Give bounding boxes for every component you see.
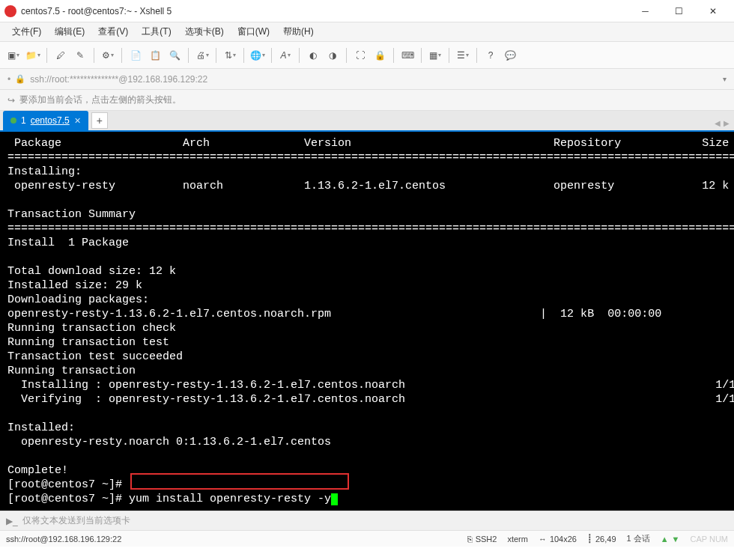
tab-next-icon[interactable]: ▶: [724, 119, 730, 127]
hintbar: ↪ 要添加当前会话，点击左侧的箭头按钮。: [0, 90, 734, 111]
tab-status-icon: [10, 118, 16, 124]
statusbar: ssh://root@192.168.196.129:22 ⎘SSH2 xter…: [0, 530, 734, 547]
separator: [346, 48, 347, 63]
separator: [121, 48, 122, 63]
address-text[interactable]: ssh://root:**************@192.168.196.12…: [30, 74, 207, 85]
status-conn: ssh://root@192.168.196.129:22: [6, 535, 457, 544]
toolbar: ▣ 📁 🖊 ✎ ⚙ 📄 📋 🔍 🖨 ⇅ 🌐 A ◐ ◑ ⛶ 🔒 ⌨ ▦ ☰ ? …: [0, 42, 734, 69]
term-inst-size: Installed size: 29 k: [7, 279, 142, 292]
theme-icon[interactable]: ◑: [325, 48, 340, 63]
term-install-count: Install 1 Package: [7, 237, 129, 249]
help-icon[interactable]: ?: [483, 48, 498, 63]
status-sess: 1 会话: [627, 533, 650, 544]
term-summary: Transaction Summary: [7, 208, 136, 221]
term-row: openresty-resty noarch 1.13.6.2-1.el7.ce…: [7, 180, 729, 192]
up-icon: ▲: [661, 535, 669, 544]
properties-icon[interactable]: ⚙: [100, 48, 115, 63]
lock-icon[interactable]: 🔒: [372, 48, 387, 63]
tab-nav: ◀ ▶: [715, 119, 730, 127]
find-icon[interactable]: 🔍: [167, 48, 182, 63]
menu-tabs[interactable]: 选项卡(B): [179, 22, 230, 41]
term-installing: Installing:: [7, 165, 82, 178]
menu-window[interactable]: 窗口(W): [231, 22, 276, 41]
highlight-box: [130, 473, 349, 490]
paste-icon[interactable]: 📋: [148, 48, 163, 63]
bullet-icon: •: [7, 74, 10, 85]
term-prompt2: [root@centos7 ~]#: [7, 493, 129, 505]
term-verifystep: Verifying : openresty-resty-1.13.6.2-1.e…: [7, 393, 734, 406]
lock-icon: 🔒: [15, 74, 25, 84]
globe-icon[interactable]: 🌐: [250, 48, 265, 63]
address-dropdown-icon[interactable]: ▾: [723, 75, 727, 83]
window-title: centos7.5 - root@centos7:~ - Xshell 5: [21, 6, 628, 16]
separator: [216, 48, 216, 63]
tab-add-button[interactable]: +: [91, 112, 108, 129]
chat-icon[interactable]: 💬: [503, 48, 518, 63]
status-net: ▲▼: [661, 535, 680, 544]
terminal[interactable]: Package Arch Version Repository Size ===…: [0, 132, 734, 511]
list-icon[interactable]: ☰: [455, 48, 470, 63]
menu-tools[interactable]: 工具(T): [136, 22, 177, 41]
separator: [449, 48, 449, 63]
menu-help[interactable]: 帮助(H): [277, 22, 320, 41]
reconnect-icon[interactable]: 🖊: [53, 48, 68, 63]
term-installstep: Installing : openresty-resty-1.13.6.2-1.…: [7, 379, 734, 392]
term-prompt1: [root@centos7 ~]#: [7, 478, 122, 491]
cursor: [331, 493, 338, 505]
tab-prev-icon[interactable]: ◀: [715, 119, 721, 127]
term-installed-pkg: openresty-resty.noarch 0:1.13.6.2-1.el7.…: [7, 436, 331, 448]
layout-icon[interactable]: ▦: [428, 48, 443, 63]
font-icon[interactable]: A: [278, 48, 293, 63]
term-downloading: Downloading packages:: [7, 293, 149, 306]
term-runcheck: Running transaction check: [7, 322, 176, 335]
minimize-button[interactable]: ─: [628, 0, 662, 22]
menu-edit[interactable]: 编辑(E): [49, 22, 91, 41]
addressbar: • 🔒 ssh://root:**************@192.168.19…: [0, 69, 734, 90]
color-icon[interactable]: ◐: [306, 48, 321, 63]
sendbar-text[interactable]: 仅将文本发送到当前选项卡: [22, 514, 130, 527]
term-header: Package Arch Version Repository Size: [7, 137, 729, 150]
menubar: 文件(F) 编辑(E) 查看(V) 工具(T) 选项卡(B) 窗口(W) 帮助(…: [0, 22, 734, 42]
status-cap: CAP NUM: [690, 535, 728, 544]
term-runtest: Running transaction test: [7, 336, 169, 349]
print-icon[interactable]: 🖨: [195, 48, 210, 63]
term-command: yum install openresty-resty -y: [129, 493, 331, 505]
menu-file[interactable]: 文件(F): [6, 22, 47, 41]
term-rule2: ========================================…: [7, 222, 734, 235]
term-rule: ========================================…: [7, 151, 734, 164]
separator: [476, 48, 477, 63]
tab-label: centos7.5: [31, 115, 70, 126]
cursor-icon: ┋: [587, 534, 592, 544]
down-icon: ▼: [672, 535, 680, 544]
close-button[interactable]: ✕: [696, 0, 730, 22]
disconnect-icon[interactable]: ✎: [73, 48, 88, 63]
separator: [46, 48, 47, 63]
resize-icon: ↔: [539, 535, 547, 544]
separator: [299, 48, 300, 63]
term-rpm: openresty-resty-1.13.6.2-1.el7.centos.no…: [7, 308, 661, 320]
maximize-button[interactable]: ☐: [662, 0, 696, 22]
open-session-icon[interactable]: 📁: [25, 48, 40, 63]
menu-view[interactable]: 查看(V): [92, 22, 134, 41]
status-ssh: ⎘SSH2: [467, 535, 497, 544]
tab-centos[interactable]: 1 centos7.5 ✕: [3, 111, 88, 130]
arrow-icon[interactable]: ↪: [7, 95, 15, 106]
copy-icon[interactable]: 📄: [128, 48, 143, 63]
plug-icon: ⎘: [467, 535, 473, 544]
window-controls: ─ ☐ ✕: [628, 0, 730, 22]
tab-close-icon[interactable]: ✕: [74, 116, 81, 126]
send-icon[interactable]: ▶_: [6, 516, 18, 526]
separator: [271, 48, 272, 63]
separator: [188, 48, 189, 63]
new-session-icon[interactable]: ▣: [6, 48, 21, 63]
sendbar: ▶_ 仅将文本发送到当前选项卡: [0, 511, 734, 530]
transfer-icon[interactable]: ⇅: [222, 48, 237, 63]
separator: [243, 48, 244, 63]
term-testok: Transaction test succeeded: [7, 350, 183, 363]
fullscreen-icon[interactable]: ⛶: [353, 48, 368, 63]
term-installed-hdr: Installed:: [7, 421, 75, 434]
keyboard-icon[interactable]: ⌨: [400, 48, 415, 63]
term-runtrans: Running transaction: [7, 365, 136, 377]
tabbar: 1 centos7.5 ✕ + ◀ ▶: [0, 111, 734, 132]
status-rc: ┋26,49: [587, 534, 616, 544]
